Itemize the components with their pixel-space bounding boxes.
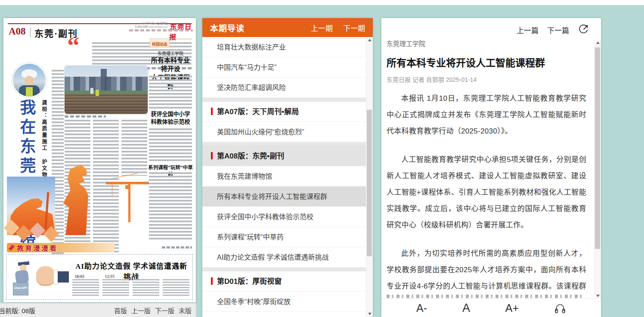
scrollbar-thumb[interactable] xyxy=(367,110,372,256)
toc-article-link[interactable]: 所有本科专业将开设人工智能课程群 xyxy=(202,186,366,207)
chatgpt-box: Chat GPT xyxy=(13,283,28,295)
toc-section-header: 第D01版：厚街视窗 xyxy=(202,271,366,292)
construction-site-photo xyxy=(65,65,148,114)
photo-caption-microtext xyxy=(65,115,106,118)
vest-shape xyxy=(26,87,33,96)
last-page-link[interactable]: 末版 xyxy=(179,306,192,315)
micro-text-column xyxy=(149,172,192,240)
font-smaller-button[interactable]: A- xyxy=(416,302,427,314)
face-shape xyxy=(25,76,34,86)
clipped-next-line xyxy=(387,295,584,298)
article-reader-panel: 上一篇 下一篇 东莞理工学院 所有本科专业将开设人工智能课程群 东莞日报 记者 … xyxy=(381,18,601,317)
pencil-icon xyxy=(9,245,15,251)
toc-article-link[interactable]: 获评全国中小学科教体验示范校 xyxy=(202,207,366,227)
toc-section-header: 第A07版：天下周刊•解局 xyxy=(202,102,366,122)
micro-text-column xyxy=(163,279,189,296)
page-pager-bar: 当前版: 08版 首版 上一版 下一版 末版 xyxy=(0,303,196,317)
quote-icon: “ xyxy=(67,37,80,54)
reader-toolbar: A- A A+ xyxy=(381,298,601,317)
first-page-link[interactable]: 首版 xyxy=(114,306,127,315)
toc-label: 第A07版：天下周刊•解局 xyxy=(217,108,299,116)
prev-article-link[interactable]: 上一篇 xyxy=(517,25,539,35)
toc-article-link[interactable]: 全国冬季“村晚”厚街绽放 xyxy=(202,292,366,312)
toc-group-gap xyxy=(202,98,366,102)
toc-article-link[interactable]: 我在东莞建博物馆 xyxy=(202,166,366,186)
toc-article-link[interactable]: 坚决防范汇率超调风险 xyxy=(202,78,366,98)
cartoon-credit-microtext xyxy=(162,246,192,249)
font-larger-button[interactable]: A+ xyxy=(505,302,519,314)
toc-article-link[interactable]: 美国加州山火缘何“愈烧愈烈” xyxy=(202,122,366,142)
article-scrollbar[interactable] xyxy=(594,40,601,299)
article-kicker: 东莞理工学院 xyxy=(387,39,425,48)
toc-header: 本期导读 上一期 下一期 xyxy=(202,18,373,37)
crane-boom-shape xyxy=(106,182,149,184)
toc-article-link[interactable]: AI助力论文造假 学术诚信遭遇新挑战 xyxy=(202,247,366,267)
newspaper-date-line: 2025年1月14日 星期二 xyxy=(112,22,168,25)
micro-text-column xyxy=(149,76,192,109)
top-white-strip xyxy=(0,0,644,5)
micro-text-column xyxy=(149,128,192,161)
prev-page-link[interactable]: 上一版 xyxy=(131,306,151,315)
cartoon-section-badge: 教育漫漫看 xyxy=(7,243,115,252)
toc-label: 美国加州山火缘何“愈烧愈烈” xyxy=(217,128,304,136)
current-page-label: 当前版: 08版 xyxy=(0,306,35,315)
stop-hand-shape xyxy=(36,266,55,286)
worker-figure xyxy=(90,88,93,94)
article-paragraph: 本报讯 1月10日，东莞理工学院人工智能教育教学研究中心正式揭牌成立并发布《东莞… xyxy=(387,90,586,140)
column-badge: 校园动态 xyxy=(150,40,170,48)
next-article-link[interactable]: 下一篇 xyxy=(547,25,569,35)
toc-label: 全国冬季“村晚”厚街绽放 xyxy=(217,298,291,305)
micro-text-column xyxy=(93,120,119,258)
listen-headphones-icon[interactable] xyxy=(554,302,566,314)
micro-text-column xyxy=(72,279,99,296)
toc-article-link[interactable]: 为推动厚街经济社会高质量发展汇智聚力 xyxy=(202,312,366,317)
toc-section-header: 第A08版：东莞•副刊 xyxy=(202,146,366,166)
article-paragraph: 此外，为切实培养时代所需的高素质应用型创新人才，学校教务部提出要在2025年人才… xyxy=(387,246,586,295)
toc-scrollbar[interactable] xyxy=(366,37,373,317)
font-normal-button[interactable]: A xyxy=(462,301,470,315)
cartoon-headline: AI助力论文造假 学术诚信遭遇新挑战 xyxy=(71,260,191,282)
section-red-bar xyxy=(211,152,213,159)
micro-text-column xyxy=(121,120,147,176)
toc-label: 第D01版：厚街视窗 xyxy=(217,277,282,286)
column-kicker: 东莞理工学院 xyxy=(149,50,192,56)
toc-article-link[interactable]: 培育壮大数据标注产业 xyxy=(202,37,366,57)
toc-group-gap xyxy=(202,267,366,271)
prev-issue-link[interactable]: 上一期 xyxy=(311,22,333,33)
scroll-down-arrow-icon[interactable] xyxy=(594,293,601,299)
crane-cab-shape xyxy=(125,185,129,189)
column-rule xyxy=(149,39,192,39)
toc-title: 本期导读 xyxy=(210,22,245,34)
green-netting-shape xyxy=(65,90,148,93)
issue-nav: 上一期 下一期 xyxy=(311,22,365,33)
next-page-link[interactable]: 下一版 xyxy=(155,306,174,315)
toc-label: 中国汽车“马力十足” xyxy=(217,64,277,71)
scroll-up-arrow-icon[interactable] xyxy=(594,40,601,46)
article-paragraph: 人工智能教育教学研究中心承担5项关键任务，分别是创新人工智能人才培养模式、建设人… xyxy=(387,152,586,233)
article-title: 所有本科专业将开设人工智能课程群 xyxy=(387,55,585,69)
cartoon-body-shape xyxy=(15,270,29,284)
next-issue-link[interactable]: 下一期 xyxy=(343,22,365,33)
toc-panel: 本期导读 上一期 下一期 培育壮大数据标注产业中国汽车“马力十足”坚决防范汇率超… xyxy=(202,18,373,317)
pager-links: 首版 上一版 下一版 末版 xyxy=(114,306,192,315)
scrollbar-thumb[interactable] xyxy=(595,47,600,249)
toc-article-link[interactable]: 系列课程“玩转”中草药 xyxy=(202,227,366,247)
toc-label: 我在东莞建博物馆 xyxy=(217,173,272,180)
share-icon[interactable] xyxy=(578,24,589,35)
toc-label: 第A08版：东莞•副刊 xyxy=(217,152,284,160)
toc-group-gap xyxy=(202,142,366,146)
toc-label: 所有本科专业将开设人工智能课程群 xyxy=(217,193,327,200)
article-body: 本报讯 1月10日，东莞理工学院人工智能教育教学研究中心正式揭牌成立并发布《东莞… xyxy=(387,90,586,295)
hand-sleeve-shape xyxy=(58,271,69,283)
toc-label: 获评全国中小学科教体验示范校 xyxy=(217,213,313,221)
toc-label: 坚决防范汇率超调风险 xyxy=(217,84,286,91)
toc-label: 系列课程“玩转”中草药 xyxy=(217,233,284,241)
newspaper-site-line: 东莞时间网 www.timedg.com xyxy=(112,25,168,28)
column-headline-2: 获评全国中小学 科教体验示范校 xyxy=(149,110,192,126)
newspaper-preview-panel[interactable]: A08 东莞·副刊 2025年1月14日 星期二 东莞时间网 www.timed… xyxy=(3,18,196,302)
toc-list: 培育壮大数据标注产业中国汽车“马力十足”坚决防范汇率超调风险第A07版：天下周刊… xyxy=(202,37,366,317)
scroll-down-arrow-icon[interactable] xyxy=(366,311,373,317)
newspaper-meta-microtext xyxy=(129,29,193,31)
toc-article-link[interactable]: 中国汽车“马力十足” xyxy=(202,57,366,78)
scroll-up-arrow-icon[interactable] xyxy=(366,37,373,43)
